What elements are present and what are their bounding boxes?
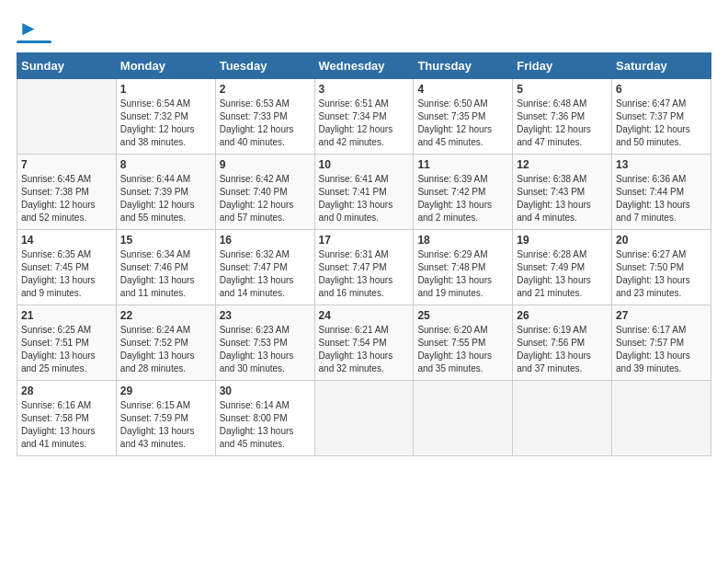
day-number: 20 [616, 234, 707, 247]
calendar-cell: 5Sunrise: 6:48 AMSunset: 7:36 PMDaylight… [513, 79, 612, 155]
day-info: Sunrise: 6:14 AMSunset: 8:00 PMDaylight:… [220, 399, 311, 451]
day-number: 26 [517, 309, 608, 322]
calendar-cell: 12Sunrise: 6:38 AMSunset: 7:43 PMDayligh… [513, 155, 612, 230]
day-info: Sunrise: 6:45 AMSunset: 7:38 PMDaylight:… [21, 173, 112, 224]
calendar-cell: 7Sunrise: 6:45 AMSunset: 7:38 PMDaylight… [17, 155, 117, 230]
calendar-cell: 30Sunrise: 6:14 AMSunset: 8:00 PMDayligh… [215, 381, 314, 456]
weekday-header-monday: Monday [116, 53, 215, 79]
day-info: Sunrise: 6:34 AMSunset: 7:46 PMDaylight:… [120, 248, 211, 300]
day-number: 30 [220, 385, 311, 397]
day-info: Sunrise: 6:28 AMSunset: 7:49 PMDaylight:… [517, 248, 608, 300]
day-number: 5 [517, 83, 608, 96]
calendar-cell: 29Sunrise: 6:15 AMSunset: 7:59 PMDayligh… [116, 381, 215, 456]
calendar-cell: 23Sunrise: 6:23 AMSunset: 7:53 PMDayligh… [215, 305, 314, 381]
calendar-week-row: 1Sunrise: 6:54 AMSunset: 7:32 PMDaylight… [17, 79, 711, 155]
calendar-cell: 15Sunrise: 6:34 AMSunset: 7:46 PMDayligh… [116, 230, 215, 305]
calendar-cell: 1Sunrise: 6:54 AMSunset: 7:32 PMDaylight… [116, 79, 215, 155]
day-info: Sunrise: 6:39 AMSunset: 7:42 PMDaylight:… [417, 173, 508, 224]
day-info: Sunrise: 6:23 AMSunset: 7:53 PMDaylight:… [220, 324, 311, 375]
calendar-cell [612, 381, 711, 456]
day-number: 10 [319, 158, 410, 171]
calendar-container: ► SundayMondayTuesdayWednesdayThursdayFr… [0, 0, 728, 465]
day-number: 12 [517, 158, 608, 171]
calendar-cell: 3Sunrise: 6:51 AMSunset: 7:34 PMDaylight… [314, 79, 414, 155]
calendar-cell: 20Sunrise: 6:27 AMSunset: 7:50 PMDayligh… [612, 230, 711, 305]
calendar-cell: 10Sunrise: 6:41 AMSunset: 7:41 PMDayligh… [314, 155, 414, 230]
calendar-cell: 6Sunrise: 6:47 AMSunset: 7:37 PMDaylight… [612, 79, 711, 155]
logo-line [17, 40, 51, 43]
calendar-cell: 22Sunrise: 6:24 AMSunset: 7:52 PMDayligh… [116, 305, 215, 381]
calendar-cell: 28Sunrise: 6:16 AMSunset: 7:58 PMDayligh… [17, 381, 117, 456]
calendar-cell: 26Sunrise: 6:19 AMSunset: 7:56 PMDayligh… [513, 305, 612, 381]
day-number: 9 [220, 158, 311, 171]
day-number: 11 [417, 158, 508, 171]
weekday-header-wednesday: Wednesday [314, 53, 414, 79]
day-number: 28 [21, 385, 112, 397]
calendar-cell [414, 381, 513, 456]
day-number: 25 [417, 309, 508, 322]
day-number: 4 [417, 83, 508, 96]
day-number: 16 [220, 234, 311, 247]
day-info: Sunrise: 6:35 AMSunset: 7:45 PMDaylight:… [21, 248, 112, 300]
day-number: 2 [220, 83, 311, 96]
day-info: Sunrise: 6:17 AMSunset: 7:57 PMDaylight:… [616, 324, 707, 375]
day-info: Sunrise: 6:20 AMSunset: 7:55 PMDaylight:… [417, 324, 508, 375]
day-number: 19 [517, 234, 608, 247]
day-number: 15 [120, 234, 211, 247]
calendar-cell: 13Sunrise: 6:36 AMSunset: 7:44 PMDayligh… [612, 155, 711, 230]
day-info: Sunrise: 6:21 AMSunset: 7:54 PMDaylight:… [319, 324, 410, 375]
day-info: Sunrise: 6:54 AMSunset: 7:32 PMDaylight:… [120, 98, 211, 149]
weekday-header-friday: Friday [513, 53, 612, 79]
day-number: 7 [21, 158, 112, 171]
day-info: Sunrise: 6:15 AMSunset: 7:59 PMDaylight:… [120, 399, 211, 451]
day-number: 17 [319, 234, 410, 247]
day-info: Sunrise: 6:41 AMSunset: 7:41 PMDaylight:… [319, 173, 410, 224]
day-info: Sunrise: 6:48 AMSunset: 7:36 PMDaylight:… [517, 98, 608, 149]
calendar-week-row: 7Sunrise: 6:45 AMSunset: 7:38 PMDaylight… [17, 155, 711, 230]
day-number: 27 [616, 309, 707, 322]
calendar-week-row: 21Sunrise: 6:25 AMSunset: 7:51 PMDayligh… [17, 305, 711, 381]
header-area: ► [17, 17, 711, 43]
day-info: Sunrise: 6:42 AMSunset: 7:40 PMDaylight:… [220, 173, 311, 224]
day-number: 21 [21, 309, 112, 322]
day-info: Sunrise: 6:53 AMSunset: 7:33 PMDaylight:… [220, 98, 311, 149]
day-number: 22 [120, 309, 211, 322]
calendar-cell: 24Sunrise: 6:21 AMSunset: 7:54 PMDayligh… [314, 305, 414, 381]
day-info: Sunrise: 6:51 AMSunset: 7:34 PMDaylight:… [319, 98, 410, 149]
day-info: Sunrise: 6:29 AMSunset: 7:48 PMDaylight:… [417, 248, 508, 300]
weekday-header-row: SundayMondayTuesdayWednesdayThursdayFrid… [17, 53, 711, 79]
day-number: 18 [417, 234, 508, 247]
day-number: 23 [220, 309, 311, 322]
calendar-cell: 14Sunrise: 6:35 AMSunset: 7:45 PMDayligh… [17, 230, 117, 305]
day-info: Sunrise: 6:47 AMSunset: 7:37 PMDaylight:… [616, 98, 707, 149]
calendar-cell [17, 79, 117, 155]
day-info: Sunrise: 6:50 AMSunset: 7:35 PMDaylight:… [417, 98, 508, 149]
day-number: 1 [120, 83, 211, 96]
day-info: Sunrise: 6:19 AMSunset: 7:56 PMDaylight:… [517, 324, 608, 375]
calendar-cell: 25Sunrise: 6:20 AMSunset: 7:55 PMDayligh… [414, 305, 513, 381]
calendar-cell: 9Sunrise: 6:42 AMSunset: 7:40 PMDaylight… [215, 155, 314, 230]
calendar-cell: 4Sunrise: 6:50 AMSunset: 7:35 PMDaylight… [414, 79, 513, 155]
day-number: 24 [319, 309, 410, 322]
day-info: Sunrise: 6:31 AMSunset: 7:47 PMDaylight:… [319, 248, 410, 300]
calendar-cell: 18Sunrise: 6:29 AMSunset: 7:48 PMDayligh… [414, 230, 513, 305]
calendar-cell: 21Sunrise: 6:25 AMSunset: 7:51 PMDayligh… [17, 305, 117, 381]
logo-blue-line [17, 40, 53, 43]
calendar-table: SundayMondayTuesdayWednesdayThursdayFrid… [17, 52, 711, 456]
day-number: 29 [120, 385, 211, 397]
calendar-week-row: 14Sunrise: 6:35 AMSunset: 7:45 PMDayligh… [17, 230, 711, 305]
weekday-header-thursday: Thursday [414, 53, 513, 79]
day-info: Sunrise: 6:24 AMSunset: 7:52 PMDaylight:… [120, 324, 211, 375]
day-info: Sunrise: 6:44 AMSunset: 7:39 PMDaylight:… [120, 173, 211, 224]
calendar-cell [513, 381, 612, 456]
calendar-cell [314, 381, 414, 456]
day-info: Sunrise: 6:36 AMSunset: 7:44 PMDaylight:… [616, 173, 707, 224]
logo-bird-icon: ► [18, 17, 39, 40]
day-number: 6 [616, 83, 707, 96]
day-number: 3 [319, 83, 410, 96]
day-info: Sunrise: 6:38 AMSunset: 7:43 PMDaylight:… [517, 173, 608, 224]
day-info: Sunrise: 6:25 AMSunset: 7:51 PMDaylight:… [21, 324, 112, 375]
logo: ► [17, 17, 53, 43]
calendar-cell: 16Sunrise: 6:32 AMSunset: 7:47 PMDayligh… [215, 230, 314, 305]
day-number: 8 [120, 158, 211, 171]
